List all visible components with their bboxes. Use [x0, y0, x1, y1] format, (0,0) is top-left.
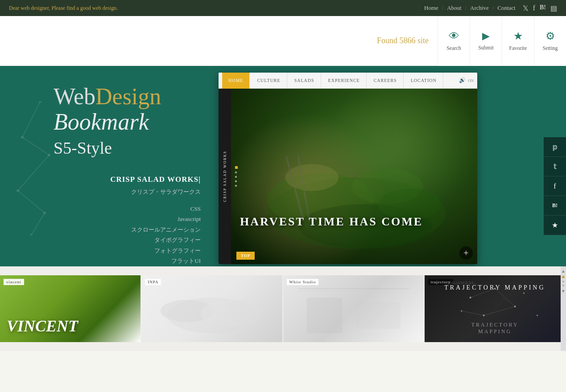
found-text: Found 5866 site: [377, 36, 429, 45]
nav-link-contact[interactable]: Contact: [497, 4, 515, 12]
search-label: Search: [446, 45, 461, 52]
tag-js[interactable]: Javascript: [110, 214, 201, 224]
star-social-icon: ★: [552, 221, 558, 229]
preview-nav-culture[interactable]: CULTURE: [251, 73, 287, 89]
search-action[interactable]: 👁 Search: [438, 16, 470, 66]
preview-nav-experience[interactable]: EXPERIENCE: [322, 73, 367, 89]
thumb-traj-bg: trajectory TRAJECTORY MAPPING TRAJECTORY…: [425, 275, 565, 342]
nav-link-archive[interactable]: Archive: [470, 4, 489, 12]
tag-css[interactable]: CSS: [110, 204, 201, 214]
featured-preview: HOME CULTURE SALADS EXPERIENCE CAREERS L…: [219, 73, 477, 264]
preview-dot-2[interactable]: [235, 176, 237, 178]
preview-main-image: HARVEST TIME HAS COME TOP +: [231, 89, 477, 264]
web-text: Web: [54, 84, 95, 109]
nav-link-home[interactable]: Home: [424, 4, 438, 12]
thumbnail-vincent[interactable]: vincent VINCENT: [0, 275, 141, 342]
svg-rect-17: [306, 298, 342, 333]
hero-title-web: WebDesign: [54, 84, 205, 109]
thumb-ws-illustration: [283, 275, 424, 342]
preview-nav-location[interactable]: LOCATION: [405, 73, 443, 89]
preview-dot-active[interactable]: [235, 166, 238, 169]
setting-icon: ⚙: [545, 30, 555, 42]
favorite-icon: ★: [513, 30, 523, 42]
hero-title-s5: S5-Style: [54, 138, 205, 158]
preview-nav-home[interactable]: HOME: [222, 73, 250, 89]
twitter-social[interactable]: 𝕥: [544, 157, 566, 176]
hatena-social[interactable]: B!: [544, 196, 566, 216]
thumb-vincent-label: vincent: [4, 279, 24, 285]
svg-text:TRAJECTORY: TRAJECTORY: [471, 322, 518, 328]
thumb-vincent-bg: vincent VINCENT: [0, 275, 140, 342]
tag-flat[interactable]: フラットUI: [110, 256, 201, 266]
preview-dot-1[interactable]: [235, 172, 237, 173]
pinterest-social[interactable]: 𝕡: [544, 137, 566, 157]
preview-overlay: [231, 89, 477, 264]
thumbnail-trajectory[interactable]: trajectory TRAJECTORY MAPPING TRAJECTORY…: [425, 275, 566, 342]
nav-sep-3: /: [492, 5, 494, 12]
preview-nav-salads[interactable]: SALADS: [288, 73, 321, 89]
tag-typo[interactable]: タイポグラフィー: [110, 235, 201, 245]
social-icons: 𝕏 f B! ▤: [523, 4, 557, 12]
tagline: Dear web designer, Please find a good we…: [9, 5, 118, 12]
preview-headline: HARVEST TIME HAS COME: [240, 215, 468, 229]
hero-section: WebDesign Bookmark S5-Style CRISP SALAD …: [0, 66, 566, 266]
found-count: 5866: [400, 36, 416, 45]
tagline-text: Dear web designer, Please find a good we…: [9, 5, 118, 11]
thumb-inpa-illustration: [141, 275, 282, 342]
thumbnails-section: vincent VINCENT INPA White Studio: [0, 266, 566, 351]
scroll-dot-1: [562, 281, 564, 282]
thumbnail-white-studio[interactable]: White Studio: [283, 275, 425, 342]
submit-action[interactable]: ▶ Submit: [470, 16, 502, 66]
scroll-dot-2: [562, 285, 564, 286]
twitter-icon[interactable]: 𝕏: [523, 4, 529, 12]
favorite-label: Favorite: [509, 45, 527, 52]
facebook-social[interactable]: f: [544, 176, 566, 196]
tag-crisp-en: CRISP SALAD WORKS|: [110, 173, 201, 187]
submit-label: Submit: [478, 45, 494, 51]
svg-line-29: [495, 289, 515, 306]
preview-dots: [233, 89, 238, 264]
scroll-down-arrow[interactable]: ▼: [561, 289, 566, 294]
nav-link-about[interactable]: About: [447, 4, 462, 12]
facebook-social-icon: f: [554, 182, 556, 190]
found-suffix: site: [416, 36, 429, 45]
svg-rect-18: [355, 302, 400, 329]
svg-line-31: [461, 311, 483, 315]
svg-line-30: [483, 306, 515, 315]
top-navigation: Dear web designer, Please find a good we…: [0, 0, 566, 16]
scroll-dot-active: [562, 276, 565, 278]
preview-dot-3[interactable]: [235, 180, 237, 182]
thumb-traj-illustration: TRAJECTORY MAPPING CHALLENGE DA...: [425, 275, 565, 342]
rss-icon[interactable]: ▤: [550, 4, 557, 12]
twitter-social-icon: 𝕥: [554, 162, 557, 171]
facebook-icon[interactable]: f: [533, 4, 535, 12]
thumbnail-inpa[interactable]: INPA: [141, 275, 283, 342]
favorite-action[interactable]: ★ Favorite: [502, 16, 534, 66]
scroll-up-arrow[interactable]: ▲: [561, 269, 566, 274]
hero-tags: CRISP SALAD WORKS| クリスプ・サラダワークス CSS Java…: [110, 173, 210, 266]
hatena-social-icon: B!: [552, 202, 558, 209]
nav-sep-2: /: [465, 5, 467, 12]
design-text: Design: [95, 84, 161, 109]
tag-photo[interactable]: フォトグラフィー: [110, 245, 201, 256]
submit-icon: ▶: [482, 30, 490, 42]
hero-title-bookmark: Bookmark: [54, 109, 205, 135]
preview-plus-button[interactable]: +: [459, 246, 473, 260]
tag-scroll[interactable]: スクロールアニメーション: [110, 225, 201, 235]
search-icon: 👁: [449, 30, 459, 42]
pinterest-icon: 𝕡: [553, 143, 558, 151]
hatena-icon[interactable]: B!: [540, 4, 546, 12]
hero-title-block: WebDesign Bookmark S5-Style: [54, 84, 205, 158]
tagline-highlight: web design: [92, 5, 116, 11]
star-social[interactable]: ★: [544, 216, 566, 235]
preview-nav: HOME CULTURE SALADS EXPERIENCE CAREERS L…: [219, 73, 477, 89]
setting-action[interactable]: ⚙ Setting: [534, 16, 566, 66]
preview-dot-4[interactable]: [235, 185, 237, 187]
thumb-inpa-bg: INPA: [141, 275, 282, 342]
preview-top-button[interactable]: TOP: [236, 252, 255, 260]
setting-label: Setting: [542, 45, 558, 52]
preview-sound-icon: 🔊: [459, 77, 466, 84]
preview-nav-careers[interactable]: CAREERS: [368, 73, 404, 89]
preview-logo-text: CRISP SALAD WORKS: [223, 151, 227, 202]
svg-text:MAPPING: MAPPING: [478, 328, 512, 335]
